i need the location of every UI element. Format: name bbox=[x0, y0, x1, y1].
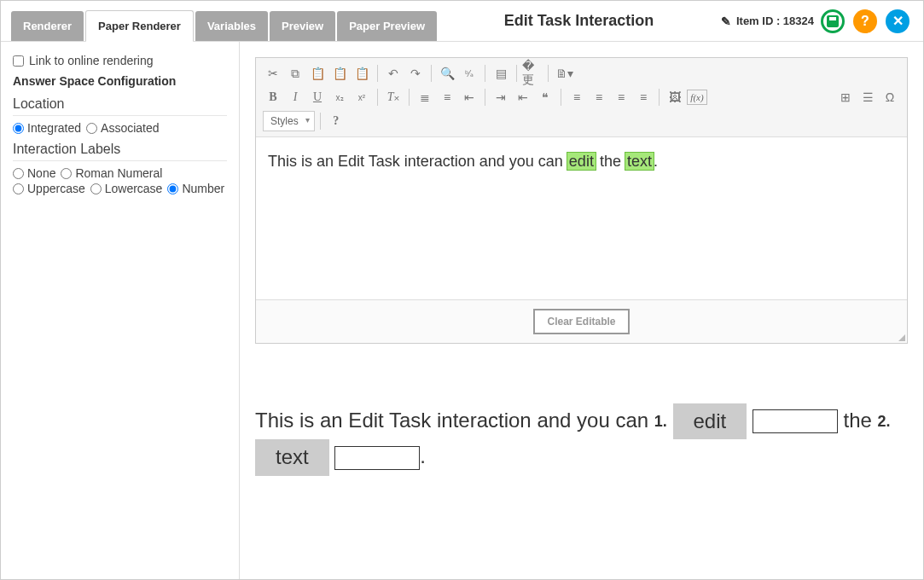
tab-variables[interactable]: Variables bbox=[195, 11, 268, 41]
preview-mid: the bbox=[844, 409, 878, 432]
remove-format-icon[interactable]: T× bbox=[383, 87, 404, 107]
spellcheck-icon[interactable]: �更 bbox=[522, 63, 543, 84]
preview-pre: This is an Edit Task interaction and you… bbox=[255, 409, 654, 432]
styles-dropdown[interactable]: Styles bbox=[263, 111, 315, 131]
separator bbox=[548, 65, 549, 82]
paste-icon[interactable]: 📋 bbox=[307, 63, 328, 84]
save-button[interactable] bbox=[821, 9, 845, 33]
item-id-label: Item ID : 18324 bbox=[736, 14, 814, 27]
header-actions: ? ✕ bbox=[821, 1, 923, 41]
tab-renderer[interactable]: Renderer bbox=[11, 11, 84, 41]
copy-icon[interactable]: ⧉ bbox=[285, 63, 305, 84]
location-integrated-radio[interactable] bbox=[13, 123, 24, 134]
location-label: Location bbox=[13, 96, 227, 116]
separator bbox=[320, 113, 321, 130]
ilabel-roman-radio[interactable] bbox=[61, 168, 72, 179]
ilabel-lowercase-radio[interactable] bbox=[90, 183, 102, 194]
underline-icon[interactable]: U bbox=[307, 87, 328, 107]
separator bbox=[377, 65, 378, 82]
formula-icon[interactable]: f(x) bbox=[687, 87, 707, 107]
align-justify-icon[interactable]: ≡ bbox=[633, 87, 654, 107]
about-icon[interactable]: ? bbox=[326, 111, 346, 131]
special-char-icon[interactable]: Ω bbox=[880, 87, 900, 107]
replace-icon[interactable]: ᵇ⁄ₐ bbox=[459, 63, 479, 84]
bulleted-list-icon[interactable]: ≡ bbox=[437, 87, 457, 107]
blockquote-icon[interactable]: ❝ bbox=[535, 87, 555, 107]
header: Renderer Paper Renderer Variables Previe… bbox=[1, 1, 923, 42]
tab-preview[interactable]: Preview bbox=[270, 11, 335, 41]
location-associated-radio[interactable] bbox=[86, 123, 97, 134]
superscript-icon[interactable]: x² bbox=[352, 87, 372, 107]
tab-paper-preview[interactable]: Paper Preview bbox=[337, 11, 437, 41]
content-mid: the bbox=[596, 153, 625, 170]
tab-paper-renderer[interactable]: Paper Renderer bbox=[85, 10, 194, 42]
paste-word-icon[interactable]: 📋 bbox=[352, 63, 372, 84]
ilabel-number-label: Number bbox=[182, 182, 224, 195]
ilabel-number-radio[interactable] bbox=[167, 183, 178, 194]
clear-editable-button[interactable]: Clear Editable bbox=[533, 309, 629, 334]
ilabel-roman-label: Roman Numeral bbox=[75, 166, 162, 180]
editor-toolbar: ✂ ⧉ 📋 📋 📋 ↶ ↷ 🔍 ᵇ⁄ₐ ▤ �更 bbox=[256, 58, 907, 137]
app-window: Renderer Paper Renderer Variables Previe… bbox=[0, 0, 924, 580]
close-button[interactable]: ✕ bbox=[886, 9, 909, 33]
help-button[interactable]: ? bbox=[853, 9, 877, 33]
editable-highlight-1[interactable]: edit bbox=[567, 153, 596, 170]
answer-box-2-filled: text bbox=[255, 439, 329, 475]
ilabel-lowercase-label: Lowercase bbox=[105, 182, 163, 195]
ilabel-number[interactable]: Number bbox=[167, 182, 224, 195]
outdent-icon[interactable]: ⇤ bbox=[459, 87, 479, 107]
indent-left-icon[interactable]: ⇥ bbox=[491, 87, 511, 107]
subscript-icon[interactable]: x₂ bbox=[329, 87, 350, 107]
location-integrated[interactable]: Integrated bbox=[13, 121, 81, 135]
page-title: Edit Task Interaction bbox=[504, 12, 654, 30]
editor-content[interactable]: This is an Edit Task interaction and you… bbox=[256, 137, 907, 299]
ilabel-roman[interactable]: Roman Numeral bbox=[61, 166, 162, 180]
ilabel-uppercase-radio[interactable] bbox=[13, 183, 24, 194]
image-icon[interactable]: 🖼 bbox=[665, 87, 685, 107]
save-icon bbox=[827, 15, 839, 27]
bold-icon[interactable]: B bbox=[263, 87, 283, 107]
sidebar: Link to online rendering Answer Space Co… bbox=[1, 42, 240, 579]
config-heading: Answer Space Configuration bbox=[13, 74, 227, 88]
ilabel-none-radio[interactable] bbox=[13, 168, 24, 179]
link-online-input[interactable] bbox=[13, 55, 24, 67]
indent-right-icon[interactable]: ⇤ bbox=[513, 87, 533, 107]
redo-icon[interactable]: ↷ bbox=[405, 63, 426, 84]
answer-box-1-empty[interactable] bbox=[753, 409, 838, 433]
interaction-label-options: None Roman Numeral Uppercase Lowercase N… bbox=[13, 166, 227, 195]
location-options: Integrated Associated bbox=[13, 121, 227, 135]
table-icon[interactable]: ⊞ bbox=[835, 87, 856, 107]
preview-post: . bbox=[420, 444, 426, 467]
answer-box-2-empty[interactable] bbox=[334, 446, 420, 470]
editable-highlight-2[interactable]: text bbox=[625, 153, 654, 170]
content-post: . bbox=[654, 153, 658, 170]
numbered-list-icon[interactable]: ≣ bbox=[415, 87, 435, 107]
align-center-icon[interactable]: ≡ bbox=[589, 87, 609, 107]
ilabel-lowercase[interactable]: Lowercase bbox=[90, 182, 163, 195]
ilabel-uppercase[interactable]: Uppercase bbox=[13, 182, 85, 195]
undo-icon[interactable]: ↶ bbox=[383, 63, 404, 84]
align-right-icon[interactable]: ≡ bbox=[611, 87, 631, 107]
templates-icon[interactable]: 🗎▾ bbox=[554, 63, 574, 84]
resize-handle[interactable] bbox=[898, 334, 905, 341]
align-left-icon[interactable]: ≡ bbox=[567, 87, 587, 107]
answer-box-1-filled: edit bbox=[673, 403, 747, 439]
cut-icon[interactable]: ✂ bbox=[263, 63, 283, 84]
item-id: Item ID : 18324 bbox=[721, 1, 821, 41]
location-associated[interactable]: Associated bbox=[86, 121, 159, 135]
answer-number-2: 2. bbox=[878, 413, 891, 430]
main-panel: ✂ ⧉ 📋 📋 📋 ↶ ↷ 🔍 ᵇ⁄ₐ ▤ �更 bbox=[240, 42, 923, 579]
link-online-label: Link to online rendering bbox=[29, 54, 154, 67]
select-all-icon[interactable]: ▤ bbox=[491, 63, 511, 84]
paste-text-icon[interactable]: 📋 bbox=[329, 63, 350, 84]
find-icon[interactable]: 🔍 bbox=[437, 63, 457, 84]
ilabel-none[interactable]: None bbox=[13, 166, 55, 180]
location-integrated-label: Integrated bbox=[27, 121, 81, 135]
horizontal-rule-icon[interactable]: ☰ bbox=[857, 87, 878, 107]
toolbar-row-2: B I U x₂ x² T× ≣ ≡ ⇤ ⇥ ⇤ ❝ bbox=[263, 87, 900, 107]
title-area: Edit Task Interaction bbox=[437, 1, 721, 41]
separator bbox=[431, 65, 432, 82]
italic-icon[interactable]: I bbox=[285, 87, 305, 107]
link-online-checkbox[interactable]: Link to online rendering bbox=[13, 54, 227, 67]
separator bbox=[485, 65, 485, 82]
